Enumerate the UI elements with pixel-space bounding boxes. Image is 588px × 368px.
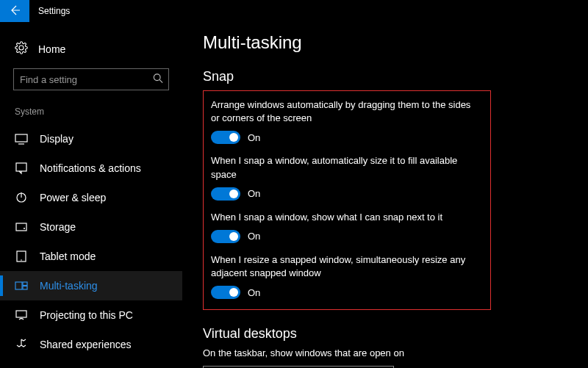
sidebar-item-label: Power & sleep — [40, 192, 106, 203]
power-icon — [15, 191, 28, 204]
svg-rect-4 — [16, 163, 26, 171]
toggle-switch[interactable] — [211, 187, 240, 201]
search-input[interactable] — [13, 68, 169, 90]
sidebar-item-projecting[interactable]: Projecting to this PC — [0, 300, 182, 330]
option-description: Arrange windows automatically by draggin… — [211, 98, 476, 125]
main-content: Multi-tasking Snap Arrange windows autom… — [182, 22, 588, 368]
snap-option: When I snap a window, automatically size… — [211, 154, 480, 200]
multitasking-icon — [15, 279, 28, 292]
toggle-state-label: On — [248, 287, 260, 298]
tablet-icon — [15, 250, 28, 263]
arrow-left-icon — [9, 4, 21, 18]
toggle-switch[interactable] — [211, 286, 240, 299]
sidebar-item-label: Storage — [40, 221, 76, 233]
svg-point-10 — [21, 259, 22, 261]
snap-heading: Snap — [203, 69, 567, 84]
sidebar-group-label: System — [13, 107, 169, 117]
sidebar-item-label: Display — [40, 133, 74, 145]
display-icon — [15, 132, 28, 145]
home-button[interactable]: Home — [13, 38, 169, 59]
svg-rect-11 — [15, 282, 22, 289]
sidebar-item-about[interactable]: About — [0, 359, 182, 368]
sidebar-item-storage[interactable]: Storage — [0, 212, 182, 242]
sidebar-item-notifications[interactable]: Notifications & actions — [0, 154, 182, 183]
sidebar-item-label: Shared experiences — [40, 339, 132, 350]
sidebar-item-label: Tablet mode — [40, 250, 96, 262]
svg-rect-2 — [15, 134, 27, 142]
snap-options-group: Arrange windows automatically by draggin… — [203, 90, 491, 310]
search-container — [13, 68, 169, 90]
toggle-state-label: On — [248, 132, 260, 143]
option-description: When I snap a window, automatically size… — [211, 154, 476, 181]
sidebar-item-multitasking[interactable]: Multi-tasking — [0, 271, 182, 300]
toggle-state-label: On — [248, 188, 260, 199]
snap-option: Arrange windows automatically by draggin… — [211, 98, 480, 144]
toggle-switch[interactable] — [211, 230, 240, 243]
back-button[interactable] — [0, 0, 29, 22]
svg-rect-13 — [23, 286, 27, 290]
option-description: When I snap a window, show what I can sn… — [211, 211, 476, 224]
sidebar-item-label: Projecting to this PC — [40, 309, 133, 321]
sidebar-item-label: Multi-tasking — [40, 280, 98, 292]
titlebar: Settings — [0, 0, 588, 22]
sidebar-item-power[interactable]: Power & sleep — [0, 183, 182, 212]
svg-rect-14 — [16, 311, 26, 317]
sidebar: Home System Display Notifications & acti… — [0, 22, 182, 368]
home-label: Home — [38, 43, 65, 55]
page-title: Multi-tasking — [203, 32, 567, 53]
snap-option: When I resize a snapped window, simultan… — [211, 253, 480, 299]
gear-icon — [15, 41, 28, 57]
svg-rect-7 — [16, 223, 26, 231]
svg-rect-12 — [23, 282, 27, 286]
projecting-icon — [15, 309, 28, 322]
svg-point-8 — [24, 228, 25, 229]
toggle-state-label: On — [248, 231, 260, 242]
notifications-icon — [15, 162, 28, 175]
sidebar-item-tablet[interactable]: Tablet mode — [0, 242, 182, 271]
storage-icon — [15, 220, 28, 234]
option-description: When I resize a snapped window, simultan… — [211, 253, 476, 280]
nav-list: Display Notifications & actions Power & … — [0, 124, 182, 368]
virtual-desktops-heading: Virtual desktops — [203, 326, 567, 342]
sidebar-item-shared[interactable]: Shared experiences — [0, 330, 182, 359]
sidebar-item-label: Notifications & actions — [40, 162, 141, 174]
snap-option: When I snap a window, show what I can sn… — [211, 211, 480, 243]
window-title: Settings — [38, 6, 70, 16]
virtual-desktops-description: On the taskbar, show windows that are op… — [203, 347, 567, 358]
sidebar-item-display[interactable]: Display — [0, 124, 182, 154]
toggle-switch[interactable] — [211, 131, 240, 144]
shared-icon — [15, 338, 28, 351]
